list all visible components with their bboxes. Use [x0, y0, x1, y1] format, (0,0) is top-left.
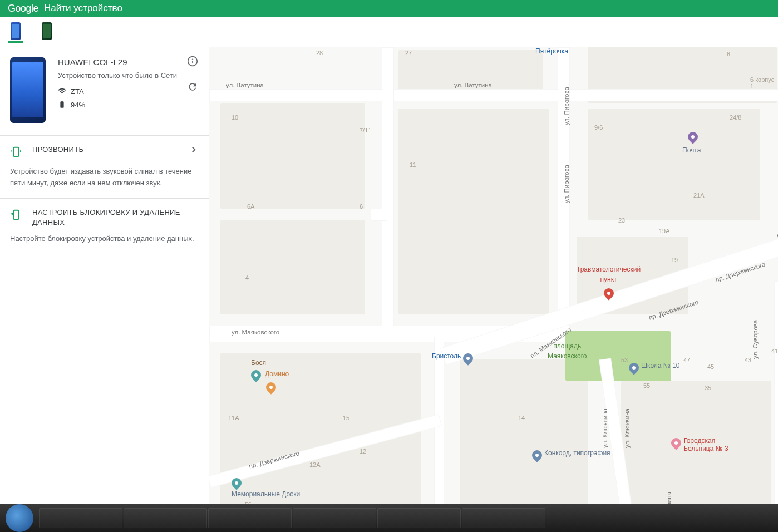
street-label: пр. Дзержинского [776, 216, 778, 238]
device-tab-2[interactable] [39, 21, 55, 43]
map[interactable]: ул. Ватутина ул. Ватутина ул. Ватутина у… [209, 47, 778, 504]
taskbar-item[interactable] [124, 508, 207, 528]
pin-icon [602, 286, 615, 300]
poi-memorial[interactable]: Мемориальные Доски [232, 477, 300, 498]
wifi-icon [58, 87, 66, 97]
device-card: HUAWEI COL-L29 Устройство только что был… [0, 47, 209, 136]
taskbar-item[interactable] [377, 508, 461, 528]
pin-icon [249, 368, 263, 382]
poi-konkord[interactable]: Конкорд, типография [532, 449, 610, 460]
info-button[interactable] [186, 55, 199, 67]
pin-icon [530, 448, 544, 462]
svg-point-2 [193, 59, 193, 60]
poi-bosya[interactable]: Бося [251, 359, 266, 380]
header: Google Найти устройство [0, 0, 778, 17]
app-title: Найти устройство [44, 3, 122, 14]
battery-level: 94% [71, 101, 85, 109]
refresh-button[interactable] [186, 81, 199, 93]
lock-title: НАСТРОИТЬ БЛОКИРОВКУ И УДАЛЕНИЕ ДАННЫХ [32, 208, 199, 228]
chevron-right-icon [189, 145, 199, 157]
poi-hospital[interactable]: ГородскаяБольница № 3 [671, 437, 728, 453]
pin-icon [669, 436, 683, 450]
device-tabs [0, 17, 778, 47]
poi-bristol[interactable]: Бристоль [432, 352, 473, 363]
poi-domino-pin[interactable] [266, 381, 276, 392]
ring-title: ПРОЗВОНИТЬ [32, 145, 83, 155]
poi-plaza: площадь Маяковского [548, 342, 587, 361]
pin-icon [229, 476, 243, 490]
device-name: HUAWEI COL-L29 [58, 57, 199, 67]
action-ring[interactable]: ПРОЗВОНИТЬ Устройство будет издавать зву… [0, 136, 209, 199]
taskbar-item[interactable] [462, 508, 545, 528]
ring-icon [10, 146, 22, 160]
taskbar[interactable] [0, 504, 778, 532]
action-lock[interactable]: НАСТРОИТЬ БЛОКИРОВКУ И УДАЛЕНИЕ ДАННЫХ Н… [0, 199, 209, 254]
google-logo: Google [8, 3, 38, 14]
poi-trauma[interactable]: Травматологический пункт [577, 265, 641, 298]
poi-post-label: Почта [682, 146, 701, 154]
poi-domino[interactable]: Домино [265, 370, 289, 378]
poi-school[interactable]: Школа № 10 [629, 362, 679, 373]
taskbar-item[interactable] [208, 508, 292, 528]
street-label: ул. Ватутина [226, 82, 264, 88]
pin-icon [686, 130, 700, 144]
taskbar-item[interactable] [293, 508, 376, 528]
pin-icon [264, 380, 278, 394]
street-label: ул. Суворова [752, 320, 759, 359]
svg-rect-4 [13, 210, 18, 219]
device-image [10, 57, 46, 123]
lock-desc: Настройте блокировку устройства и удален… [10, 233, 199, 245]
pin-icon [627, 361, 641, 375]
start-button[interactable] [6, 504, 33, 532]
lock-icon [10, 209, 22, 223]
svg-rect-3 [13, 147, 18, 157]
poi-post[interactable] [688, 131, 698, 142]
device-status: Устройство только что было в Сети [58, 70, 199, 81]
pin-icon [461, 351, 475, 365]
taskbar-item[interactable] [39, 508, 122, 528]
device-tab-1[interactable] [8, 21, 23, 43]
battery-icon [58, 100, 66, 110]
wifi-name: ZTA [71, 87, 84, 96]
ring-desc: Устройство будет издавать звуковой сигна… [10, 166, 199, 189]
sidebar: HUAWEI COL-L29 Устройство только что был… [0, 47, 209, 504]
poi-pyaterochka[interactable]: Пятёрочка [535, 47, 568, 55]
